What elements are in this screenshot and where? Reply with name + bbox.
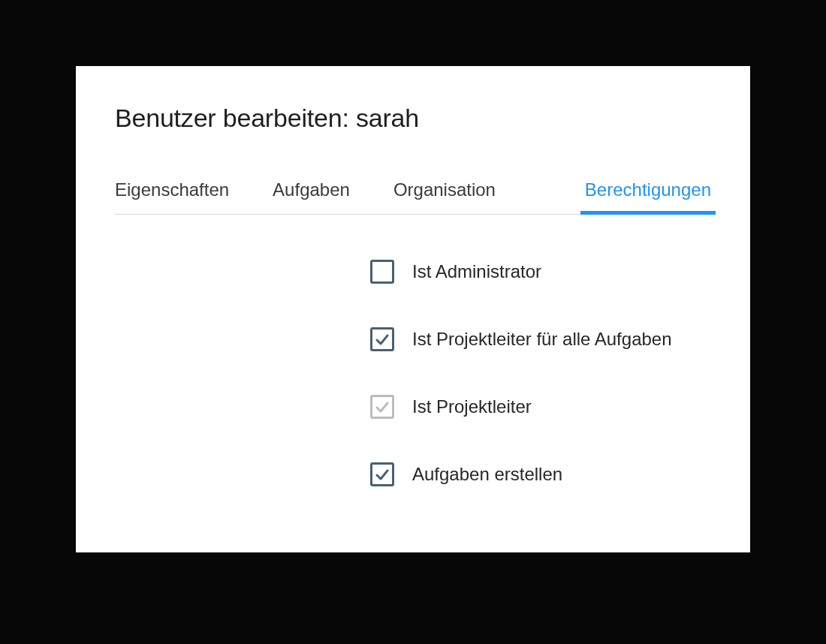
checkbox-administrator[interactable] [370, 260, 394, 284]
permission-row-administrator: Ist Administrator [370, 260, 711, 284]
check-icon [375, 332, 390, 347]
checkbox-projektleiter [370, 395, 394, 419]
tab-eigenschaften[interactable]: Eigenschaften [115, 179, 229, 214]
page-title: Benutzer bearbeiten: sarah [115, 104, 711, 133]
edit-user-panel: Benutzer bearbeiten: sarah Eigenschaften… [76, 66, 750, 552]
check-icon [375, 467, 390, 482]
tab-aufgaben[interactable]: Aufgaben [273, 179, 350, 214]
permission-row-aufgaben-erstellen: Aufgaben erstellen [370, 462, 711, 486]
permission-label: Ist Projektleiter [412, 396, 532, 417]
checkbox-projektleiter-alle[interactable] [370, 327, 394, 351]
tab-organisation[interactable]: Organisation [393, 179, 496, 214]
permission-label: Aufgaben erstellen [412, 464, 562, 485]
permission-label: Ist Projektleiter für alle Aufgaben [412, 329, 672, 350]
check-icon [375, 399, 390, 414]
tab-bar: Eigenschaften Aufgaben Organisation Bere… [115, 179, 711, 215]
permissions-list: Ist Administrator Ist Projektleiter für … [115, 260, 711, 486]
tab-berechtigungen[interactable]: Berechtigungen [585, 179, 711, 214]
checkbox-aufgaben-erstellen[interactable] [370, 462, 394, 486]
permission-label: Ist Administrator [412, 261, 541, 282]
permission-row-projektleiter: Ist Projektleiter [370, 395, 711, 419]
permission-row-projektleiter-alle: Ist Projektleiter für alle Aufgaben [370, 327, 711, 351]
